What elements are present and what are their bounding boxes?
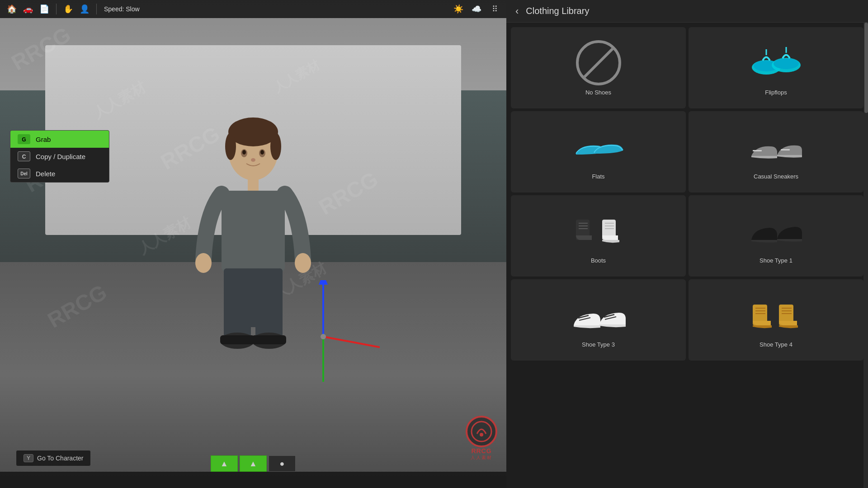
svg-rect-10 bbox=[222, 191, 285, 272]
svg-point-6 bbox=[242, 150, 246, 155]
center-btn-2[interactable]: ▲ bbox=[240, 455, 267, 472]
svg-point-2 bbox=[225, 133, 236, 160]
toolbar-separator-2 bbox=[96, 4, 97, 14]
center-bottom-buttons: ▲ ▲ ● bbox=[211, 455, 296, 472]
menu-icon[interactable]: ⠿ bbox=[488, 3, 501, 15]
center-btn-1[interactable]: ▲ bbox=[211, 455, 238, 472]
delete-key: Del bbox=[18, 169, 30, 178]
svg-rect-33 bbox=[781, 149, 790, 150]
shoe-type-1-name: Shoe Type 1 bbox=[760, 257, 793, 264]
no-shoes-slash bbox=[583, 47, 613, 77]
logo-brand: RRCG bbox=[471, 447, 491, 455]
shoe-type-1-visual bbox=[749, 208, 803, 253]
svg-point-11 bbox=[195, 253, 212, 273]
bottom-toolbar bbox=[0, 472, 506, 488]
clothing-item-shoe-type-1[interactable]: Shoe Type 1 bbox=[689, 195, 863, 277]
speed-label: Speed: Slow bbox=[104, 5, 140, 13]
shoe-type-3-name: Shoe Type 3 bbox=[582, 341, 615, 348]
no-shoes-name: No Shoes bbox=[585, 89, 611, 96]
back-button[interactable]: ‹ bbox=[515, 5, 519, 17]
svg-line-22 bbox=[323, 337, 380, 350]
toolbar-separator-1 bbox=[56, 4, 57, 14]
home-icon[interactable]: 🏠 bbox=[5, 3, 18, 15]
scroll-track[interactable] bbox=[863, 23, 868, 488]
menu-item-grab[interactable]: G Grab bbox=[10, 131, 109, 148]
svg-rect-9 bbox=[248, 177, 259, 191]
character-icon[interactable]: 👤 bbox=[78, 3, 91, 15]
grab-label: Grab bbox=[36, 136, 51, 143]
boots-name: Boots bbox=[591, 257, 606, 264]
svg-rect-14 bbox=[224, 268, 251, 341]
svg-point-1 bbox=[228, 117, 278, 146]
casual-sneakers-visual bbox=[749, 124, 803, 169]
scroll-thumb[interactable] bbox=[864, 23, 868, 113]
go-key-badge: Y bbox=[24, 454, 33, 462]
clothing-panel: ‹ Clothing Library No Shoes bbox=[506, 0, 868, 488]
clothing-item-flipflops[interactable]: Flipflops bbox=[689, 27, 863, 108]
svg-point-31 bbox=[774, 58, 799, 69]
logo-circle bbox=[466, 416, 497, 447]
no-shoes-icon bbox=[576, 40, 621, 85]
svg-point-3 bbox=[270, 133, 281, 160]
file-icon[interactable]: 📄 bbox=[38, 3, 51, 15]
shoe-type-3-visual bbox=[571, 292, 626, 338]
model-icon[interactable]: 🚗 bbox=[22, 3, 34, 15]
context-menu: G Grab C Copy / Duplicate Del Delete bbox=[10, 130, 109, 183]
clothing-item-casual-sneakers[interactable]: Casual Sneakers bbox=[689, 111, 863, 192]
svg-rect-18 bbox=[220, 335, 255, 344]
clothing-grid-scroll[interactable]: No Shoes bbox=[506, 23, 868, 488]
flats-visual bbox=[571, 124, 626, 169]
logo: RRCG 人人素材 bbox=[466, 416, 497, 461]
logo-sub: 人人素材 bbox=[471, 455, 492, 461]
flipflops-name: Flipflops bbox=[765, 89, 787, 96]
clothing-item-shoe-type-3[interactable]: Shoe Type 3 bbox=[511, 279, 686, 361]
delete-label: Delete bbox=[36, 170, 55, 178]
clothing-item-shoe-type-4[interactable]: Shoe Type 4 bbox=[689, 279, 863, 361]
toolbar-right: ☀️ ☁️ ⠿ bbox=[452, 3, 501, 15]
shoe-type-4-name: Shoe Type 4 bbox=[760, 341, 793, 348]
grab-key: G bbox=[18, 134, 30, 144]
svg-point-27 bbox=[480, 433, 483, 436]
go-to-character-label: Go To Character bbox=[37, 455, 83, 462]
svg-rect-32 bbox=[753, 150, 762, 151]
clothing-item-boots[interactable]: Boots bbox=[511, 195, 686, 277]
svg-marker-21 bbox=[319, 280, 328, 285]
clothing-item-flats[interactable]: Flats bbox=[511, 111, 686, 192]
transform-gizmo[interactable] bbox=[267, 280, 380, 395]
sun-icon[interactable]: ☀️ bbox=[452, 3, 465, 15]
boots-visual bbox=[571, 208, 626, 253]
menu-item-delete[interactable]: Del Delete bbox=[10, 165, 109, 182]
svg-point-8 bbox=[251, 158, 255, 162]
svg-point-12 bbox=[295, 253, 311, 273]
clothing-grid: No Shoes bbox=[511, 27, 863, 361]
svg-point-7 bbox=[260, 150, 264, 155]
copy-key: C bbox=[18, 151, 30, 161]
menu-item-copy[interactable]: C Copy / Duplicate bbox=[10, 148, 109, 165]
flats-name: Flats bbox=[592, 173, 604, 180]
panel-header: ‹ Clothing Library bbox=[506, 0, 868, 23]
viewport: RRCG 人人素材 RRCG 人人素材 RRCG 人人素材 RRCG 人人素材 … bbox=[0, 0, 506, 488]
hand-icon[interactable]: ✋ bbox=[62, 3, 75, 15]
flipflops-visual bbox=[749, 40, 803, 85]
svg-point-25 bbox=[321, 334, 326, 339]
cloud-icon[interactable]: ☁️ bbox=[470, 3, 483, 15]
toolbar: 🏠 🚗 📄 ✋ 👤 Speed: Slow ☀️ ☁️ ⠿ bbox=[0, 0, 506, 18]
shoe-type-4-visual bbox=[749, 292, 803, 338]
svg-point-26 bbox=[472, 422, 491, 441]
copy-label: Copy / Duplicate bbox=[36, 153, 85, 160]
center-btn-3[interactable]: ● bbox=[269, 455, 296, 472]
clothing-item-no-shoes[interactable]: No Shoes bbox=[511, 27, 686, 108]
casual-sneakers-name: Casual Sneakers bbox=[754, 173, 798, 180]
panel-title: Clothing Library bbox=[526, 6, 589, 16]
no-shoes-visual bbox=[571, 40, 626, 85]
go-to-character-button[interactable]: Y Go To Character bbox=[16, 450, 91, 466]
